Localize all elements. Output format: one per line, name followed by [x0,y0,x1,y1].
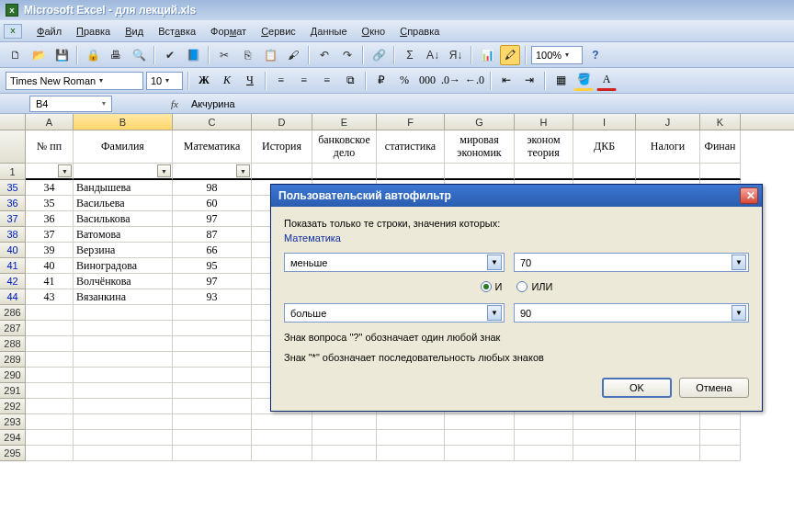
menu-tools[interactable]: Сервис [254,23,303,40]
fill-color-button[interactable]: 🪣 [573,71,594,91]
col-header-d[interactable]: D [252,114,312,130]
cell[interactable]: 95 [173,258,252,274]
menu-help[interactable]: Справка [392,23,447,40]
cell[interactable] [26,446,74,461]
save-button[interactable]: 💾 [51,45,72,65]
cell[interactable] [700,430,741,446]
cell[interactable]: 98 [173,180,252,196]
cell[interactable]: ДКБ [573,130,636,164]
filter-cell[interactable] [515,164,573,180]
cell[interactable] [636,414,700,430]
autosum-button[interactable]: Σ [400,45,420,65]
italic-button[interactable]: К [217,71,237,91]
cell[interactable] [636,430,700,446]
close-button[interactable]: ✕ [740,187,758,204]
format-painter-button[interactable]: 🖌 [283,45,303,65]
dec-decimal-button[interactable]: ←.0 [464,71,485,91]
cell[interactable] [252,446,312,461]
inc-indent-button[interactable]: ⇥ [519,71,539,91]
menu-edit[interactable]: Правка [69,23,118,40]
cell[interactable]: 40 [26,258,74,274]
dec-indent-button[interactable]: ⇤ [496,71,516,91]
value-input-2[interactable]: 90▼ [514,303,749,323]
bold-button[interactable]: Ж [194,71,214,91]
cell[interactable]: История [252,130,312,164]
row-header[interactable]: 35 [0,180,26,196]
cell[interactable]: 37 [26,227,74,243]
cell[interactable]: № пп [26,130,74,164]
row-header[interactable]: 37 [0,211,26,227]
name-box[interactable]: B4 [29,96,112,112]
filter-cell[interactable]: ▼ [26,164,74,180]
cell[interactable] [173,399,252,414]
menu-insert[interactable]: Вставка [151,23,203,40]
chevron-down-icon[interactable]: ▼ [487,305,502,321]
cell[interactable] [377,414,445,430]
filter-cell[interactable] [252,164,312,180]
undo-button[interactable]: ↶ [314,45,335,65]
cell[interactable] [74,414,173,430]
chevron-down-icon[interactable]: ▼ [487,255,502,270]
font-color-button[interactable]: A [596,71,617,91]
cell[interactable]: 60 [173,196,252,211]
col-header-a[interactable]: A [26,114,74,130]
cell[interactable] [445,430,515,446]
align-center-button[interactable]: ≡ [294,71,314,91]
underline-button[interactable]: Ч [240,71,260,91]
cell[interactable] [445,414,515,430]
row-header[interactable]: 36 [0,196,26,211]
col-header-k[interactable]: K [700,114,741,130]
cell[interactable] [515,430,573,446]
row-header[interactable] [0,130,26,164]
cell[interactable]: Ватомова [74,227,173,243]
row-header[interactable]: 38 [0,227,26,243]
col-header-h[interactable]: H [515,114,573,130]
col-header-c[interactable]: C [173,114,252,130]
percent-button[interactable]: % [394,71,414,91]
paste-button[interactable]: 📋 [260,45,280,65]
cell[interactable] [26,414,74,430]
cell[interactable]: 34 [26,180,74,196]
cell[interactable] [700,414,741,430]
cell[interactable]: Верзина [74,243,173,258]
cell[interactable] [700,446,741,461]
cell[interactable]: банковское дело [312,130,377,164]
filter-cell[interactable]: ▼ [74,164,173,180]
filter-button[interactable]: ▼ [157,164,171,177]
cell[interactable] [173,414,252,430]
operator-select-2[interactable]: больше▼ [284,303,505,323]
cell[interactable] [74,383,173,399]
copy-button[interactable]: ⎘ [237,45,257,65]
sort-asc-button[interactable]: A↓ [423,45,443,65]
cell[interactable]: 43 [26,289,74,305]
sort-desc-button[interactable]: Я↓ [446,45,466,65]
menu-data[interactable]: Данные [303,23,355,40]
row-header[interactable]: 295 [0,446,26,461]
cell[interactable] [26,336,74,352]
cell[interactable] [515,414,573,430]
permission-button[interactable]: 🔒 [83,45,103,65]
cancel-button[interactable]: Отмена [679,378,749,398]
cell[interactable] [312,446,377,461]
cell[interactable] [312,414,377,430]
row-header-1[interactable]: 1 [0,164,26,180]
filter-cell[interactable] [377,164,445,180]
value-input-1[interactable]: 70▼ [514,253,749,272]
new-button[interactable]: 🗋 [6,45,26,65]
cell[interactable] [573,446,636,461]
cell[interactable]: 97 [173,274,252,289]
redo-button[interactable]: ↷ [337,45,357,65]
spelling-button[interactable]: ✔ [160,45,180,65]
cell[interactable]: Виноградова [74,258,173,274]
cell[interactable] [74,352,173,368]
row-header[interactable]: 291 [0,383,26,399]
col-header-j[interactable]: J [636,114,700,130]
radio-and[interactable]: И [481,281,503,292]
drawing-button[interactable]: 🖍 [500,45,520,65]
chart-button[interactable]: 📊 [477,45,497,65]
cell[interactable] [573,430,636,446]
filter-cell[interactable] [636,164,700,180]
cell[interactable]: эконом теория [515,130,573,164]
cell[interactable]: Василькова [74,211,173,227]
ok-button[interactable]: OK [602,378,672,398]
